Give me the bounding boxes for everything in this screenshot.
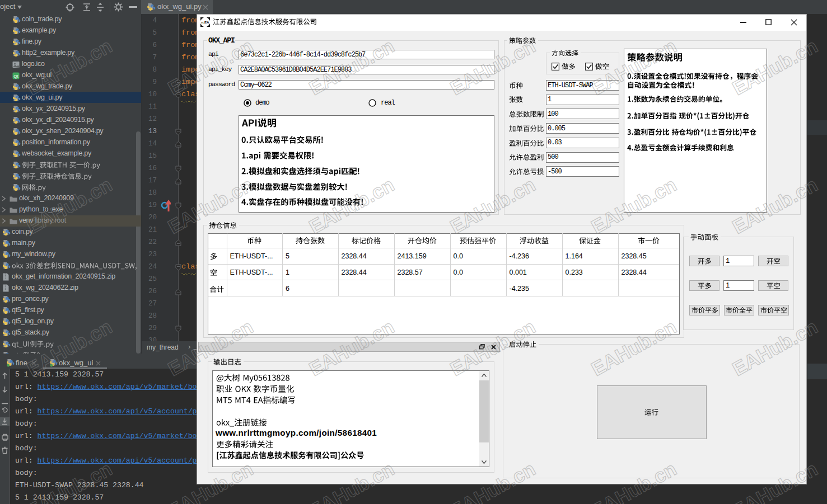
svg-text:Qt: Qt [13, 74, 18, 79]
svg-text:n.EA: n.EA [201, 20, 209, 24]
